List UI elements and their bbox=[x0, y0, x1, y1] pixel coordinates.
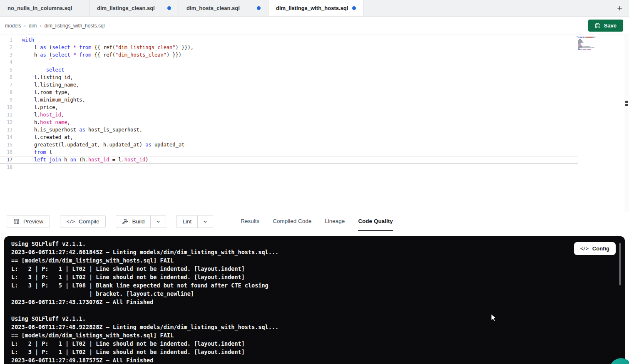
unsaved-changes-dot[interactable] bbox=[352, 6, 356, 10]
table-grid-icon bbox=[13, 218, 20, 225]
line-number: 10 bbox=[0, 104, 12, 111]
code-line[interactable]: 9 l.minimum_nights, bbox=[0, 96, 578, 104]
tab-bar-tabs: no_nulls_in_columns.sqldim_listings_clea… bbox=[0, 0, 364, 16]
preview-button[interactable]: Preview bbox=[7, 215, 50, 228]
tab-results[interactable]: Results bbox=[241, 212, 259, 231]
terminal-line: L: 3 | P: 1 | LT02 | Line should not be … bbox=[11, 348, 625, 356]
terminal-line: == [models/dim/dim_listings_with_hosts.s… bbox=[11, 331, 625, 339]
line-number: 5 bbox=[0, 66, 12, 74]
code-text: from l bbox=[12, 149, 52, 156]
line-number: 11 bbox=[0, 111, 12, 119]
terminal-line: == [models/dim/dim_listings_with_hosts.s… bbox=[11, 256, 625, 265]
line-number: 3 bbox=[0, 51, 12, 59]
code-icon: </> bbox=[580, 246, 589, 251]
editor-tab[interactable]: dim_listings_clean.sql bbox=[90, 0, 179, 16]
terminal-line: L: 3 | P: 1 | LT02 | Line should not be … bbox=[11, 273, 625, 281]
lint-options-button[interactable] bbox=[197, 215, 213, 228]
code-text: h as (select * from {{ ref("dim_hosts_cl… bbox=[12, 51, 181, 59]
tab-bar-spacer bbox=[364, 0, 610, 16]
tab-label: dim_listings_with_hosts.sql bbox=[276, 5, 348, 11]
tab-label: no_nulls_in_columns.sql bbox=[7, 5, 72, 11]
build-label: Build bbox=[132, 218, 144, 225]
terminal-line: 2023-06-06T11:27:48.922828Z — Linting mo… bbox=[11, 323, 625, 331]
code-line[interactable]: 10 l.price, bbox=[0, 104, 578, 111]
code-line[interactable]: 4 bbox=[0, 59, 578, 66]
terminal-line: L: 2 | P: 1 | LT02 | Line should not be … bbox=[11, 265, 625, 273]
chevron-down-icon bbox=[156, 219, 161, 224]
build-options-button[interactable] bbox=[150, 215, 166, 228]
code-editor[interactable]: 1with2 l as (select * from {{ ref("dim_l… bbox=[0, 35, 629, 212]
tab-code-quality[interactable]: Code Quality bbox=[358, 212, 393, 231]
editor-tab[interactable]: dim_listings_with_hosts.sql bbox=[269, 0, 364, 16]
code-line[interactable]: 6 l.listing_id, bbox=[0, 74, 578, 81]
code-area: 1with2 l as (select * from {{ ref("dim_l… bbox=[0, 35, 578, 171]
code-line[interactable]: 14 l.created_at, bbox=[0, 134, 578, 141]
code-line[interactable]: 3 h as (select * from {{ ref("dim_hosts_… bbox=[0, 51, 578, 59]
line-number: 6 bbox=[0, 74, 12, 81]
line-number: 15 bbox=[0, 141, 12, 149]
terminal-line: | bracket. [layout.cte_newline] bbox=[11, 290, 625, 298]
compile-button[interactable]: </> Compile bbox=[60, 215, 106, 228]
terminal-line: L: 2 | P: 1 | LT02 | Line should not be … bbox=[11, 339, 625, 348]
save-button[interactable]: Save bbox=[588, 20, 623, 32]
new-tab-button[interactable]: + bbox=[610, 0, 629, 16]
minimap[interactable] bbox=[577, 36, 610, 51]
code-line[interactable]: 13 h.is_superhost as host_is_superhost, bbox=[0, 126, 578, 134]
terminal-panel[interactable]: Using SQLFluff v2.1.1.2023-06-06T11:27:4… bbox=[4, 236, 625, 364]
dbt-ide-app: no_nulls_in_columns.sqldim_listings_clea… bbox=[0, 0, 629, 364]
line-number: 14 bbox=[0, 134, 12, 141]
tab-label: dim_listings_clean.sql bbox=[97, 5, 155, 11]
terminal-line: 2023-06-06T11:27:49.187575Z — All Finish… bbox=[11, 356, 625, 364]
lint-button[interactable]: Lint bbox=[176, 215, 197, 228]
terminal-line: 2023-06-06T11:27:42.861845Z — Linting mo… bbox=[11, 248, 625, 256]
terminal-output: Using SQLFluff v2.1.1.2023-06-06T11:27:4… bbox=[4, 236, 625, 364]
code-text: l.created_at, bbox=[12, 134, 73, 141]
terminal-line: 2023-06-06T11:27:43.173076Z — All Finish… bbox=[11, 298, 625, 306]
code-text: l.price, bbox=[12, 104, 58, 111]
breadcrumb-item[interactable]: dim_listings_with_hosts.sql bbox=[45, 23, 105, 29]
code-line[interactable]: 11 l.host_id, bbox=[0, 111, 578, 119]
scrollbar-marker bbox=[625, 101, 628, 103]
tab-label: dim_hosts_clean.sql bbox=[186, 5, 240, 11]
code-line[interactable]: 16 from l bbox=[0, 149, 578, 156]
tab-lineage[interactable]: Lineage bbox=[325, 212, 345, 231]
compile-label: Compile bbox=[79, 218, 99, 225]
code-line[interactable]: 15 greatest(l.updated_at, h.updated_at) … bbox=[0, 141, 578, 149]
hammer-icon bbox=[122, 218, 128, 225]
code-line[interactable]: 7 l.listing_name, bbox=[0, 81, 578, 89]
breadcrumb-item[interactable]: models bbox=[5, 23, 21, 29]
terminal-line: Using SQLFluff v2.1.1. bbox=[11, 240, 625, 248]
editor-tab[interactable]: no_nulls_in_columns.sql bbox=[0, 0, 90, 16]
terminal-scrollbar[interactable] bbox=[619, 243, 621, 285]
code-text: h.is_superhost as host_is_superhost, bbox=[12, 126, 142, 134]
line-number: 1 bbox=[0, 36, 12, 44]
code-line[interactable]: 5 select bbox=[0, 66, 578, 74]
tab-compiled-code[interactable]: Compiled Code bbox=[273, 212, 311, 231]
lint-label: Lint bbox=[182, 218, 191, 225]
code-line[interactable]: 12 h.host_name, bbox=[0, 119, 578, 126]
code-text: h.host_name, bbox=[12, 119, 70, 126]
unsaved-changes-dot[interactable] bbox=[257, 6, 261, 10]
code-line[interactable]: 1with bbox=[0, 36, 578, 44]
terminal-line bbox=[11, 306, 625, 314]
editor-scrollbar[interactable] bbox=[624, 35, 629, 212]
code-line[interactable]: 2 l as (select * from {{ ref("dim_listin… bbox=[0, 44, 578, 51]
breadcrumb-item[interactable]: dim bbox=[29, 23, 37, 29]
code-line[interactable]: 18 bbox=[0, 163, 578, 171]
code-line[interactable]: 17 left join h on (h.host_id = l.host_id… bbox=[0, 156, 578, 163]
code-text: l as (select * from {{ ref("dim_listings… bbox=[12, 44, 194, 51]
unsaved-changes-dot[interactable] bbox=[167, 6, 171, 10]
code-text: left join h on (h.host_id = l.host_id) bbox=[12, 156, 149, 163]
line-number: 2 bbox=[0, 44, 12, 51]
editor-tab[interactable]: dim_hosts_clean.sql bbox=[179, 0, 269, 16]
config-button[interactable]: </> Config bbox=[574, 242, 616, 255]
code-icon: </> bbox=[67, 219, 75, 224]
breadcrumb-separator: › bbox=[24, 22, 26, 29]
config-label: Config bbox=[592, 245, 609, 252]
code-text: l.room_type, bbox=[12, 89, 70, 96]
preview-label: Preview bbox=[23, 218, 43, 225]
code-text: greatest(l.updated_at, h.updated_at) as … bbox=[12, 141, 184, 149]
line-number: 9 bbox=[0, 96, 12, 104]
code-line[interactable]: 8 l.room_type, bbox=[0, 89, 578, 96]
build-button[interactable]: Build bbox=[116, 215, 150, 228]
